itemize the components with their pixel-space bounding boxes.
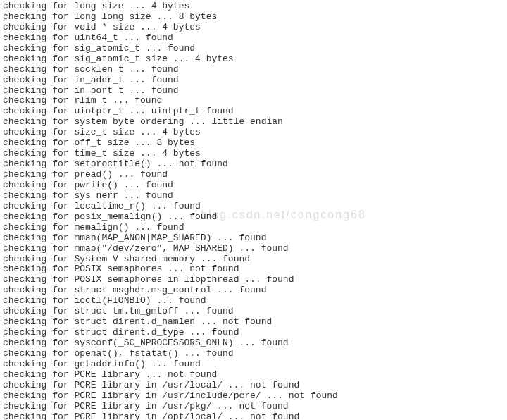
terminal-line: checking for memalign() ... found [3,223,504,233]
terminal-line: checking for System V shared memory ... … [3,254,504,265]
terminal-line: checking for ioctl(FIONBIO) ... found [3,296,504,307]
terminal-line: checking for pwrite() ... found [3,180,504,191]
terminal-line: checking for localtime_r() ... found [3,202,504,212]
terminal-line: checking for getaddrinfo() ... found [3,359,504,370]
terminal-line: checking for openat(), fstatat() ... fou… [3,349,504,359]
terminal-line: checking for struct dirent.d_namlen ... … [3,317,504,328]
terminal-line: checking for uintptr_t ... uintptr_t fou… [3,106,504,117]
terminal-line: checking for long size ... 4 bytes [3,1,504,12]
terminal-line: checking for sig_atomic_t size ... 4 byt… [3,54,504,65]
terminal-line: checking for system byte ordering ... li… [3,117,504,128]
terminal-line: checking for in_addr_t ... found [3,75,504,86]
terminal-line: checking for off_t size ... 8 bytes [3,138,504,149]
terminal-line: checking for setproctitle() ... not foun… [3,159,504,170]
terminal-line: checking for void * size ... 4 bytes [3,23,504,33]
terminal-line: checking for PCRE library in /usr/includ… [3,391,504,402]
terminal-line: checking for sig_atomic_t ... found [3,44,504,54]
terminal-line: checking for in_port_t ... found [3,86,504,97]
terminal-line: checking for size_t size ... 4 bytes [3,128,504,138]
terminal-line: checking for struct msghdr.msg_control .… [3,285,504,296]
terminal-line: checking for pread() ... found [3,170,504,180]
terminal-line: checking for time_t size ... 4 bytes [3,149,504,159]
terminal-output: checking for long size ... 4 byteschecki… [3,1,504,420]
terminal-line: checking for PCRE library ... not found [3,370,504,381]
terminal-line: checking for struct tm.tm_gmtoff ... fou… [3,307,504,317]
terminal-line: checking for sys_nerr ... found [3,191,504,202]
terminal-line: checking for POSIX semaphores ... not fo… [3,264,504,275]
terminal-line: checking for rlim_t ... found [3,96,504,106]
terminal-line: checking for PCRE library in /usr/local/… [3,381,504,391]
terminal-line: checking for socklen_t ... found [3,65,504,75]
terminal-line: checking for long long size ... 8 bytes [3,12,504,23]
terminal-line: checking for posix_memalign() ... found [3,212,504,223]
terminal-line: checking for PCRE library in /opt/local/… [3,412,504,420]
terminal-line: checking for mmap(MAP_ANON|MAP_SHARED) .… [3,233,504,244]
terminal-line: checking for sysconf(_SC_NPROCESSORS_ONL… [3,338,504,349]
terminal-line: checking for mmap("/dev/zero", MAP_SHARE… [3,244,504,254]
terminal-line: checking for POSIX semaphores in libpthr… [3,275,504,285]
terminal-line: checking for uint64_t ... found [3,33,504,44]
terminal-line: checking for PCRE library in /usr/pkg/ .… [3,402,504,412]
terminal-line: checking for struct dirent.d_type ... fo… [3,328,504,338]
